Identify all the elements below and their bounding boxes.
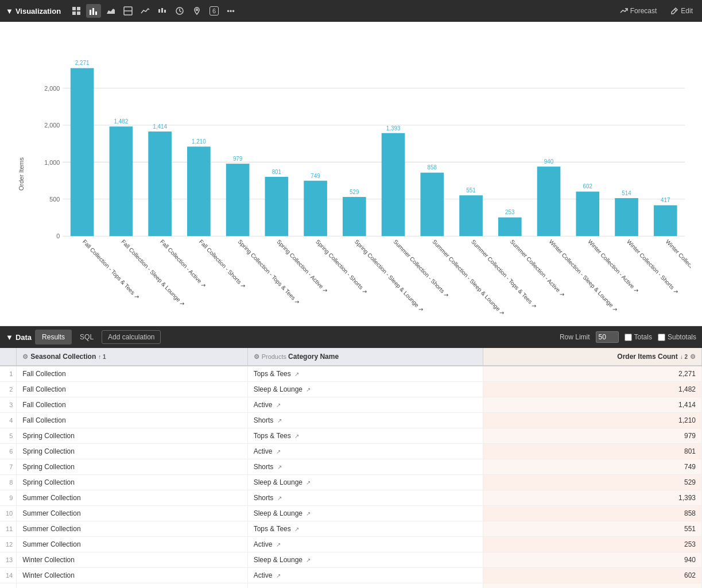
cell-count: 1,210 (483, 413, 701, 428)
add-calculation-button[interactable]: Add calculation (102, 330, 161, 344)
more-icon[interactable]: ••• (224, 5, 238, 18)
svg-text:749: 749 (311, 172, 320, 179)
svg-text:602: 602 (583, 183, 593, 189)
totals-checkbox[interactable] (625, 334, 632, 341)
svg-rect-0 (72, 7, 76, 10)
cell-count: 253 (483, 537, 701, 552)
svg-point-13 (196, 9, 198, 11)
badge-icon[interactable]: 6 (207, 4, 222, 18)
table-row: 2 Fall Collection Sleep & Lounge ↗ 1,482 (0, 382, 702, 397)
gear-icon-category[interactable]: ⚙ (254, 353, 259, 361)
sort-icon-seasonal: ↑ 1 (98, 354, 106, 360)
svg-text:2,000: 2,000 (44, 84, 60, 91)
svg-rect-49 (382, 133, 405, 236)
sort-icon-count: ↓ 2 (680, 354, 688, 360)
svg-rect-58 (498, 218, 522, 237)
cell-count: 529 (483, 475, 701, 490)
cell-category: Active ↗ (247, 537, 483, 552)
svg-text:2,000: 2,000 (44, 122, 60, 129)
svg-text:Spring Collection - Tops & Tee: Spring Collection - Tops & Tees ↗ (237, 238, 301, 305)
cell-seasonal-collection: Spring Collection (17, 444, 247, 459)
trend-icon: ↗ (276, 402, 281, 408)
cell-category: Active ↗ (247, 444, 483, 459)
svg-rect-61 (537, 167, 561, 236)
cell-count: 940 (483, 552, 701, 568)
svg-rect-11 (164, 10, 166, 13)
trend-icon: ↗ (277, 495, 282, 501)
gear-icon-count[interactable]: ⚙ (690, 353, 696, 361)
table-row: 1 Fall Collection Tops & Tees ↗ 2,271 (0, 366, 702, 382)
svg-rect-25 (71, 68, 94, 237)
svg-rect-34 (187, 146, 211, 236)
svg-text:858: 858 (428, 164, 437, 171)
svg-text:551: 551 (466, 187, 476, 194)
cell-seasonal-collection: Spring Collection (17, 428, 247, 444)
svg-text:417: 417 (661, 197, 670, 203)
candlestick-icon[interactable] (155, 4, 170, 18)
cell-category: Shorts ↗ (247, 459, 483, 475)
subtotals-checkbox[interactable] (658, 334, 665, 341)
clock-icon[interactable] (172, 4, 187, 18)
svg-text:Spring Collection - Sleep & Lo: Spring Collection - Sleep & Lounge ↗ (354, 238, 424, 313)
map-icon[interactable] (189, 4, 204, 18)
row-limit-input[interactable] (596, 331, 619, 343)
subtotals-label: Subtotals (668, 333, 696, 341)
svg-text:Summer Collection - Sleep & Lo: Summer Collection - Sleep & Lounge ↗ (431, 238, 505, 316)
col-header-seasonal-collection: ⚙ Seasonal Collection ↑ 1 (17, 348, 247, 366)
table-row: 11 Summer Collection Tops & Tees ↗ 551 (0, 521, 702, 537)
svg-rect-55 (459, 195, 483, 236)
cell-category: Active ↗ (247, 397, 483, 413)
svg-rect-70 (654, 205, 677, 236)
trend-icon: ↗ (306, 557, 311, 563)
row-number: 1 (0, 366, 17, 382)
row-number: 4 (0, 413, 17, 428)
table-row: 12 Summer Collection Active ↗ 253 (0, 537, 702, 552)
tab-sql[interactable]: SQL (73, 330, 100, 345)
row-number: 6 (0, 444, 17, 459)
svg-text:1,393: 1,393 (386, 125, 401, 131)
bar-chart-icon[interactable] (86, 4, 101, 18)
svg-text:801: 801 (272, 169, 282, 175)
svg-text:529: 529 (350, 189, 359, 195)
row-number: 14 (0, 568, 17, 583)
cell-seasonal-collection: Summer Collection (17, 537, 247, 552)
toolbar-icons: 6 ••• (69, 4, 613, 18)
tab-results[interactable]: Results (35, 330, 72, 345)
svg-rect-10 (161, 8, 163, 13)
scatter-icon[interactable] (121, 4, 135, 18)
gear-icon-seasonal[interactable]: ⚙ (22, 353, 28, 361)
svg-rect-2 (72, 11, 76, 15)
table-row: 14 Winter Collection Active ↗ 602 (0, 568, 702, 583)
table-header-row: ⚙ Seasonal Collection ↑ 1 ⚙ Products Cat… (0, 348, 702, 366)
totals-label: Totals (634, 333, 652, 341)
cell-seasonal-collection: Summer Collection (17, 521, 247, 537)
svg-text:0: 0 (56, 233, 60, 239)
data-panel-right: Row Limit Totals Subtotals (560, 331, 696, 343)
edit-button[interactable]: Edit (667, 5, 696, 17)
area-chart-icon[interactable] (103, 4, 118, 18)
svg-rect-3 (77, 11, 80, 15)
svg-rect-67 (615, 198, 638, 236)
cell-category: Active ↗ (247, 568, 483, 583)
table-row: 9 Summer Collection Shorts ↗ 1,393 (0, 490, 702, 506)
chevron-down-icon: ▼ (6, 7, 13, 16)
row-number: 13 (0, 552, 17, 568)
col-header-count: Order Items Count ↓ 2 ⚙ (483, 348, 701, 366)
line-chart-icon[interactable] (138, 4, 153, 18)
cell-category: Sleep & Lounge ↗ (247, 506, 483, 521)
svg-text:253: 253 (505, 209, 515, 215)
row-number: 7 (0, 459, 17, 475)
svg-text:979: 979 (233, 156, 243, 162)
trend-icon: ↗ (276, 448, 281, 455)
cell-category: Tops & Tees ↗ (247, 428, 483, 444)
svg-text:1,482: 1,482 (114, 118, 129, 125)
cell-seasonal-collection: Spring Collection (17, 459, 247, 475)
trend-icon: ↗ (306, 510, 311, 517)
table-row: 8 Spring Collection Sleep & Lounge ↗ 529 (0, 475, 702, 490)
col-label-category: Products Category Name (262, 353, 339, 361)
bar-chart-svg: 05001,0002,0002,0002,271Fall Collection … (34, 33, 691, 326)
forecast-button[interactable]: Forecast (616, 5, 661, 17)
table-view-icon[interactable] (69, 4, 84, 18)
table-row: 5 Spring Collection Tops & Tees ↗ 979 (0, 428, 702, 444)
cell-count: 1,482 (483, 382, 701, 397)
